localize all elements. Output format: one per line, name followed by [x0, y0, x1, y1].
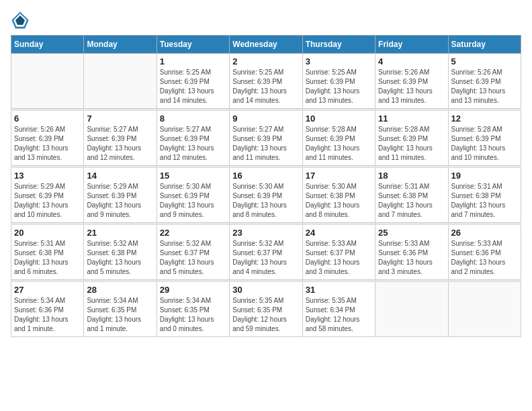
day-info: Sunrise: 5:29 AM Sunset: 6:39 PM Dayligh…	[14, 182, 81, 220]
day-info: Sunrise: 5:32 AM Sunset: 6:37 PM Dayligh…	[232, 239, 299, 277]
day-number: 17	[306, 171, 372, 181]
calendar-header-row: SundayMondayTuesdayWednesdayThursdayFrid…	[11, 36, 521, 54]
day-number: 7	[87, 113, 153, 124]
day-info: Sunrise: 5:25 AM Sunset: 6:39 PM Dayligh…	[232, 68, 299, 105]
day-info: Sunrise: 5:35 AM Sunset: 6:34 PM Dayligh…	[306, 296, 372, 334]
calendar-cell: 2Sunrise: 5:25 AM Sunset: 6:39 PM Daylig…	[230, 54, 302, 109]
calendar-cell: 9Sunrise: 5:27 AM Sunset: 6:39 PM Daylig…	[230, 111, 302, 166]
day-number: 14	[87, 171, 153, 181]
day-info: Sunrise: 5:34 AM Sunset: 6:35 PM Dayligh…	[87, 296, 153, 334]
calendar-cell: 6Sunrise: 5:26 AM Sunset: 6:39 PM Daylig…	[11, 111, 84, 166]
calendar-cell: 12Sunrise: 5:28 AM Sunset: 6:39 PM Dayli…	[448, 111, 521, 166]
day-info: Sunrise: 5:30 AM Sunset: 6:39 PM Dayligh…	[232, 182, 299, 220]
day-info: Sunrise: 5:32 AM Sunset: 6:38 PM Dayligh…	[87, 239, 153, 277]
day-info: Sunrise: 5:30 AM Sunset: 6:38 PM Dayligh…	[306, 182, 372, 220]
day-info: Sunrise: 5:29 AM Sunset: 6:39 PM Dayligh…	[87, 182, 153, 220]
day-header-monday: Monday	[84, 36, 157, 54]
day-number: 21	[87, 228, 153, 238]
calendar-week-4: 20Sunrise: 5:31 AM Sunset: 6:38 PM Dayli…	[11, 225, 521, 280]
day-number: 16	[232, 171, 299, 181]
calendar-cell: 25Sunrise: 5:33 AM Sunset: 6:36 PM Dayli…	[375, 225, 448, 280]
day-info: Sunrise: 5:33 AM Sunset: 6:36 PM Dayligh…	[451, 239, 518, 277]
day-number: 15	[160, 171, 226, 181]
day-number: 19	[451, 171, 518, 181]
logo	[11, 11, 32, 30]
day-info: Sunrise: 5:26 AM Sunset: 6:39 PM Dayligh…	[378, 68, 445, 105]
calendar-cell: 15Sunrise: 5:30 AM Sunset: 6:39 PM Dayli…	[157, 168, 229, 223]
calendar-cell: 24Sunrise: 5:33 AM Sunset: 6:37 PM Dayli…	[302, 225, 375, 280]
day-number: 2	[232, 56, 299, 66]
calendar-cell: 26Sunrise: 5:33 AM Sunset: 6:36 PM Dayli…	[448, 225, 521, 280]
day-number: 4	[378, 56, 445, 66]
calendar-week-5: 27Sunrise: 5:34 AM Sunset: 6:36 PM Dayli…	[11, 282, 521, 337]
day-info: Sunrise: 5:31 AM Sunset: 6:38 PM Dayligh…	[14, 239, 81, 277]
day-number: 1	[160, 56, 226, 66]
day-info: Sunrise: 5:30 AM Sunset: 6:39 PM Dayligh…	[160, 182, 226, 220]
calendar-cell: 18Sunrise: 5:31 AM Sunset: 6:38 PM Dayli…	[375, 168, 448, 223]
day-number: 28	[87, 285, 153, 295]
calendar-cell: 27Sunrise: 5:34 AM Sunset: 6:36 PM Dayli…	[11, 282, 84, 337]
calendar-week-3: 13Sunrise: 5:29 AM Sunset: 6:39 PM Dayli…	[11, 168, 521, 223]
day-number: 26	[451, 228, 518, 238]
day-number: 3	[306, 56, 372, 66]
calendar-cell	[84, 54, 157, 109]
calendar-cell: 11Sunrise: 5:28 AM Sunset: 6:39 PM Dayli…	[375, 111, 448, 166]
day-info: Sunrise: 5:26 AM Sunset: 6:39 PM Dayligh…	[451, 68, 518, 105]
day-info: Sunrise: 5:33 AM Sunset: 6:36 PM Dayligh…	[378, 239, 445, 277]
day-number: 30	[232, 285, 299, 295]
day-info: Sunrise: 5:33 AM Sunset: 6:37 PM Dayligh…	[306, 239, 372, 277]
calendar-cell: 14Sunrise: 5:29 AM Sunset: 6:39 PM Dayli…	[84, 168, 157, 223]
calendar-cell: 22Sunrise: 5:32 AM Sunset: 6:37 PM Dayli…	[157, 225, 229, 280]
calendar-cell	[448, 282, 521, 337]
calendar-cell	[375, 282, 448, 337]
day-info: Sunrise: 5:28 AM Sunset: 6:39 PM Dayligh…	[451, 125, 518, 163]
day-number: 27	[14, 285, 81, 295]
calendar-cell: 3Sunrise: 5:25 AM Sunset: 6:39 PM Daylig…	[302, 54, 375, 109]
calendar-cell: 31Sunrise: 5:35 AM Sunset: 6:34 PM Dayli…	[302, 282, 375, 337]
calendar-week-1: 1Sunrise: 5:25 AM Sunset: 6:39 PM Daylig…	[11, 54, 521, 109]
day-info: Sunrise: 5:27 AM Sunset: 6:39 PM Dayligh…	[160, 125, 226, 163]
day-number: 12	[451, 113, 518, 124]
calendar-cell: 5Sunrise: 5:26 AM Sunset: 6:39 PM Daylig…	[448, 54, 521, 109]
calendar-week-2: 6Sunrise: 5:26 AM Sunset: 6:39 PM Daylig…	[11, 111, 521, 166]
calendar-cell: 8Sunrise: 5:27 AM Sunset: 6:39 PM Daylig…	[157, 111, 229, 166]
day-info: Sunrise: 5:31 AM Sunset: 6:38 PM Dayligh…	[378, 182, 445, 220]
calendar-cell: 20Sunrise: 5:31 AM Sunset: 6:38 PM Dayli…	[11, 225, 84, 280]
day-header-saturday: Saturday	[448, 36, 521, 54]
day-number: 10	[306, 113, 372, 124]
logo-icon	[11, 11, 30, 30]
calendar-cell: 30Sunrise: 5:35 AM Sunset: 6:35 PM Dayli…	[230, 282, 302, 337]
day-info: Sunrise: 5:25 AM Sunset: 6:39 PM Dayligh…	[306, 68, 372, 105]
header	[11, 11, 521, 30]
day-number: 31	[306, 285, 372, 295]
calendar-cell: 23Sunrise: 5:32 AM Sunset: 6:37 PM Dayli…	[230, 225, 302, 280]
day-header-sunday: Sunday	[11, 36, 84, 54]
day-header-tuesday: Tuesday	[157, 36, 229, 54]
calendar-cell: 21Sunrise: 5:32 AM Sunset: 6:38 PM Dayli…	[84, 225, 157, 280]
day-info: Sunrise: 5:25 AM Sunset: 6:39 PM Dayligh…	[160, 68, 226, 105]
day-info: Sunrise: 5:27 AM Sunset: 6:39 PM Dayligh…	[87, 125, 153, 163]
calendar-cell: 10Sunrise: 5:28 AM Sunset: 6:39 PM Dayli…	[302, 111, 375, 166]
calendar-cell: 28Sunrise: 5:34 AM Sunset: 6:35 PM Dayli…	[84, 282, 157, 337]
calendar-cell	[11, 54, 84, 109]
day-info: Sunrise: 5:34 AM Sunset: 6:36 PM Dayligh…	[14, 296, 81, 334]
day-number: 18	[378, 171, 445, 181]
day-number: 8	[160, 113, 226, 124]
day-number: 25	[378, 228, 445, 238]
day-number: 13	[14, 171, 81, 181]
calendar-cell: 19Sunrise: 5:31 AM Sunset: 6:38 PM Dayli…	[448, 168, 521, 223]
day-info: Sunrise: 5:31 AM Sunset: 6:38 PM Dayligh…	[451, 182, 518, 220]
day-number: 23	[232, 228, 299, 238]
day-number: 11	[378, 113, 445, 124]
day-number: 20	[14, 228, 81, 238]
calendar-cell: 17Sunrise: 5:30 AM Sunset: 6:38 PM Dayli…	[302, 168, 375, 223]
day-number: 22	[160, 228, 226, 238]
day-header-friday: Friday	[375, 36, 448, 54]
calendar-cell: 29Sunrise: 5:34 AM Sunset: 6:35 PM Dayli…	[157, 282, 229, 337]
calendar-cell: 1Sunrise: 5:25 AM Sunset: 6:39 PM Daylig…	[157, 54, 229, 109]
day-info: Sunrise: 5:28 AM Sunset: 6:39 PM Dayligh…	[378, 125, 445, 163]
calendar-cell: 4Sunrise: 5:26 AM Sunset: 6:39 PM Daylig…	[375, 54, 448, 109]
day-number: 24	[306, 228, 372, 238]
day-info: Sunrise: 5:26 AM Sunset: 6:39 PM Dayligh…	[14, 125, 81, 163]
day-info: Sunrise: 5:28 AM Sunset: 6:39 PM Dayligh…	[306, 125, 372, 163]
